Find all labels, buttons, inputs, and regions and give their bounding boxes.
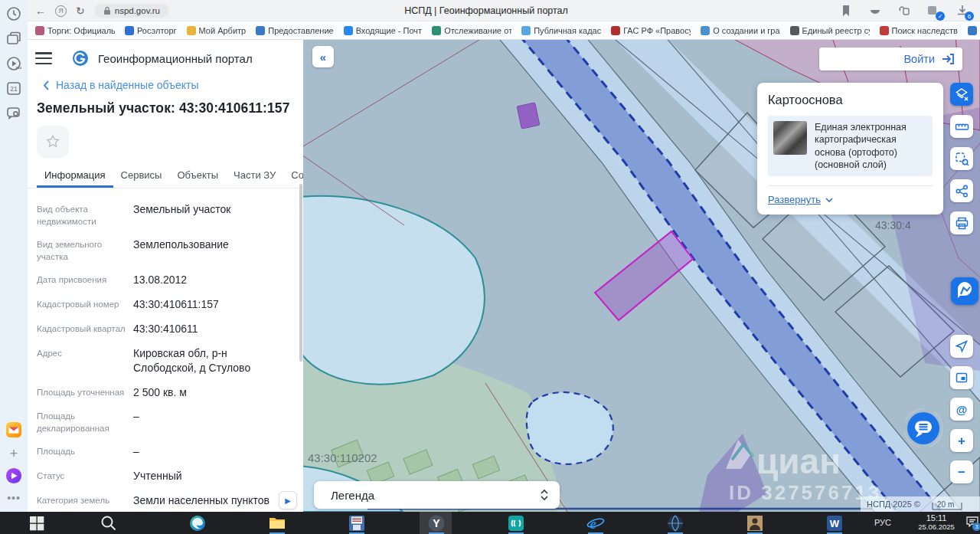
panel-tab[interactable]: Информация [37, 169, 113, 188]
sidebar-panel-icon[interactable] [868, 4, 882, 18]
info-fields: Вид объекта недвижимостиЗемельный участо… [28, 188, 303, 512]
panel-scrollbar[interactable] [299, 184, 302, 362]
photo-app-icon[interactable] [746, 514, 764, 532]
bookmark-favicon [432, 26, 441, 35]
start-button[interactable] [28, 514, 46, 532]
menu-burger-icon[interactable] [35, 52, 52, 64]
favorite-star-button[interactable] [37, 126, 69, 158]
add-panel-icon[interactable]: + [5, 446, 22, 463]
bookmark-item[interactable]: Поиск наследств [880, 26, 958, 35]
browser-profile-icon[interactable]: Я [55, 5, 67, 17]
bookmark-item[interactable]: Входящие - Почт [344, 26, 422, 35]
page-tab-title[interactable]: НСПД | Геоинформационный портал [333, 5, 639, 16]
edge-browser-icon[interactable] [188, 514, 207, 532]
bookmark-item[interactable]: Торги: Официальн [35, 26, 115, 35]
extension-check-badge: ✓ [936, 11, 945, 21]
measure-button[interactable] [950, 115, 973, 138]
zoom-out-button[interactable]: − [950, 460, 973, 483]
collections-icon[interactable] [897, 4, 911, 18]
back-to-results-link[interactable]: Назад в найденные объекты [28, 67, 303, 91]
teal-hands-app-icon[interactable] [507, 514, 525, 532]
panel-tab[interactable]: Объекты [169, 169, 226, 188]
more-options-icon[interactable]: ••• [5, 492, 22, 509]
downloads-icon[interactable]: 6 [956, 4, 969, 18]
share-button[interactable] [950, 179, 973, 202]
bookmark-favicon [187, 26, 196, 35]
bookmark-favicon [125, 26, 134, 35]
globe-app-icon[interactable] [666, 514, 684, 532]
floppy-app-icon[interactable] [348, 514, 366, 532]
address-bar[interactable]: nspd.gov.ru [94, 4, 169, 18]
yandex-browser-icon[interactable]: Y [427, 514, 446, 532]
basemap-layer-name: Единая электронная картографическая осно… [815, 121, 927, 171]
login-button[interactable]: Войти [819, 48, 962, 70]
svg-text:Y: Y [433, 517, 440, 529]
file-explorer-icon[interactable] [268, 514, 286, 532]
info-field: Вид объекта недвижимостиЗемельный участо… [37, 202, 289, 228]
reload-icon[interactable]: ↻ [76, 5, 85, 16]
tabs-scroll-right-button[interactable]: ▶ [279, 491, 297, 509]
internet-explorer-icon[interactable]: e [586, 514, 605, 532]
overview-map-button[interactable] [950, 366, 973, 389]
bookmark-item[interactable]: Предоставление [256, 26, 333, 35]
yandex-mail-icon[interactable] [5, 421, 22, 438]
field-value: 43:30:410611 [129, 322, 289, 336]
screenshot-chat-icon[interactable] [5, 104, 22, 121]
word-icon[interactable]: W [825, 514, 844, 532]
svg-text:W: W [830, 518, 840, 529]
alice-assistant-icon[interactable] [5, 467, 22, 484]
locate-button[interactable] [950, 335, 973, 358]
divider [768, 185, 933, 186]
area-search-button[interactable] [950, 147, 973, 170]
panel-tabs: ИнформацияСервисыОбъектыЧасти ЗУСоста [28, 164, 303, 188]
zoom-in-button[interactable]: + [950, 429, 973, 452]
bookmark-item[interactable]: Мой Арбитр [187, 26, 247, 35]
map-widget-button[interactable] [951, 277, 978, 305]
svg-text:ID 327576713: ID 327576713 [729, 481, 881, 504]
tabs-panel-icon[interactable] [5, 31, 22, 48]
collapse-panel-button[interactable]: « [312, 46, 334, 67]
bookmark-item[interactable]: Росэлторг [125, 26, 177, 35]
info-field: Кадастровый номер43:30:410611:157 [37, 297, 289, 312]
taskbar-clock[interactable]: 15:11 25.06.2025 [913, 513, 960, 531]
bookmark-flag-icon[interactable] [839, 4, 853, 18]
browser-side-strip: 21 + ••• [0, 0, 28, 512]
login-icon [941, 53, 955, 65]
bookmark-item[interactable]: ГАС РФ «Правосу [611, 26, 691, 35]
taskbar-search-icon[interactable] [100, 514, 118, 532]
layers-toggle-button[interactable] [950, 83, 973, 106]
legend-toggle[interactable]: Легенда [314, 481, 560, 509]
bookmark-item[interactable]: Поиск индекса — [968, 26, 980, 35]
scale-label: 20 m [937, 500, 954, 509]
history-clock-icon[interactable] [5, 5, 22, 22]
field-value: 2 500 кв. м [129, 385, 289, 400]
expand-link[interactable]: Развернуть [768, 194, 933, 205]
panel-tab[interactable]: Части ЗУ [226, 169, 283, 188]
bookmark-item[interactable]: Публичная кадаст [521, 26, 601, 35]
bookmarks-list: Торги: ОфициальнРосэлторгМой АрбитрПредо… [35, 26, 980, 35]
bookmark-favicon [701, 26, 710, 35]
chat-bubble-icon [903, 408, 943, 448]
bookmark-label: Мой Арбитр [199, 26, 247, 35]
portal-title: Геоинформационный портал [98, 52, 253, 65]
map-area[interactable]: 43:30:110202 43:30:4 циан ID 327576713 Н… [303, 40, 980, 512]
bookmark-item[interactable]: Отслеживание от [432, 26, 511, 35]
bookmark-favicon [790, 26, 799, 35]
legend-label: Легенда [331, 489, 374, 502]
support-chat-button[interactable] [903, 408, 943, 448]
print-button[interactable] [950, 211, 973, 234]
basemap-card-title: Картооснова [768, 93, 933, 107]
extension-icon[interactable]: ✓ [926, 4, 940, 18]
bookmark-item[interactable]: Единый реестр су [790, 26, 870, 35]
media-play-icon[interactable] [5, 55, 22, 72]
attribution-text: НСПД 2025 © [867, 500, 920, 509]
panel-tab[interactable]: Сервисы [113, 169, 170, 188]
coord-search-button[interactable]: @ [950, 398, 973, 421]
calendar-icon[interactable]: 21 [5, 80, 22, 97]
bookmark-label: О создании и гра [713, 26, 779, 35]
back-icon[interactable]: ← [35, 5, 46, 16]
basemap-layer-row[interactable]: Единая электронная картографическая осно… [768, 116, 933, 176]
bookmark-item[interactable]: О создании и гра [701, 26, 779, 35]
basemap-thumbnail [773, 121, 807, 155]
language-indicator[interactable]: РУС [874, 518, 891, 527]
